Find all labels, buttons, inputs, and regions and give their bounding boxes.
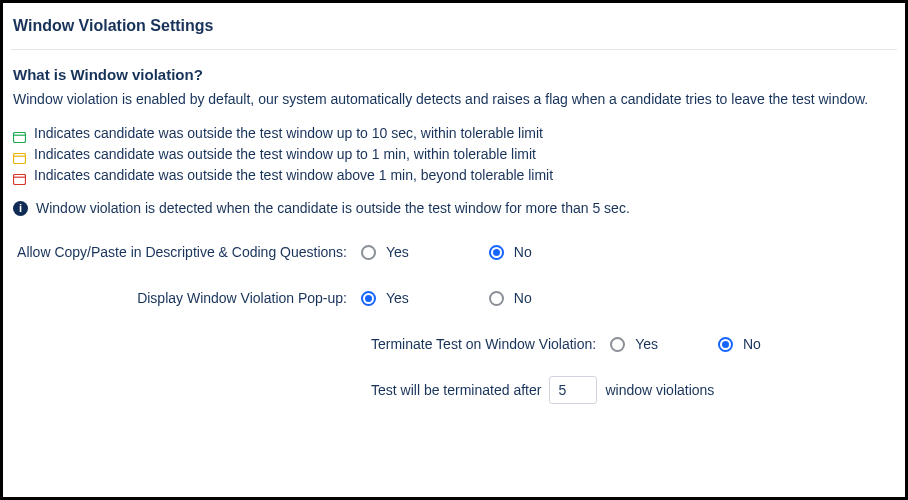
legend-text: Indicates candidate was outside the test… [34,165,553,186]
allow-copy-paste-row: Allow Copy/Paste in Descriptive & Coding… [11,244,897,260]
info-note: i Window violation is detected when the … [11,200,897,216]
browser-red-icon [13,170,26,181]
browser-green-icon [13,128,26,139]
section-heading: What is Window violation? [11,66,897,83]
allow-copy-paste-no-radio[interactable] [489,245,504,260]
allow-copy-paste-yes[interactable]: Yes [361,244,409,260]
allow-copy-paste-no[interactable]: No [489,244,532,260]
legend-list: Indicates candidate was outside the test… [11,123,897,186]
browser-yellow-icon [13,149,26,160]
radio-label: Yes [635,336,658,352]
info-icon: i [13,201,28,216]
svg-rect-4 [14,175,26,185]
allow-copy-paste-group: Yes No [361,244,532,260]
terminate-label: Terminate Test on Window Violation: [371,336,596,352]
terminate-block: Terminate Test on Window Violation: Yes … [371,336,897,404]
radio-label: Yes [386,290,409,306]
allow-copy-paste-label: Allow Copy/Paste in Descriptive & Coding… [11,244,361,260]
threshold-row: Test will be terminated after window vio… [371,376,897,404]
svg-rect-0 [14,133,26,143]
display-popup-no-radio[interactable] [489,291,504,306]
info-note-text: Window violation is detected when the ca… [36,200,630,216]
radio-label: No [514,244,532,260]
radio-label: Yes [386,244,409,260]
display-popup-yes[interactable]: Yes [361,290,409,306]
display-popup-label: Display Window Violation Pop-up: [11,290,361,306]
terminate-no-radio[interactable] [718,337,733,352]
display-popup-row: Display Window Violation Pop-up: Yes No [11,290,897,306]
svg-rect-2 [14,154,26,164]
legend-item-red: Indicates candidate was outside the test… [13,165,897,186]
display-popup-yes-radio[interactable] [361,291,376,306]
radio-label: No [743,336,761,352]
threshold-input[interactable] [549,376,597,404]
legend-text: Indicates candidate was outside the test… [34,144,536,165]
display-popup-no[interactable]: No [489,290,532,306]
divider [11,49,897,50]
terminate-group: Yes No [610,336,761,352]
threshold-suffix: window violations [605,382,714,398]
terminate-row: Terminate Test on Window Violation: Yes … [371,336,897,352]
section-description: Window violation is enabled by default, … [11,91,897,107]
legend-text: Indicates candidate was outside the test… [34,123,543,144]
legend-item-green: Indicates candidate was outside the test… [13,123,897,144]
display-popup-group: Yes No [361,290,532,306]
terminate-yes-radio[interactable] [610,337,625,352]
radio-label: No [514,290,532,306]
legend-item-yellow: Indicates candidate was outside the test… [13,144,897,165]
terminate-no[interactable]: No [718,336,761,352]
terminate-yes[interactable]: Yes [610,336,658,352]
page-title: Window Violation Settings [11,17,897,35]
threshold-prefix: Test will be terminated after [371,382,541,398]
allow-copy-paste-yes-radio[interactable] [361,245,376,260]
